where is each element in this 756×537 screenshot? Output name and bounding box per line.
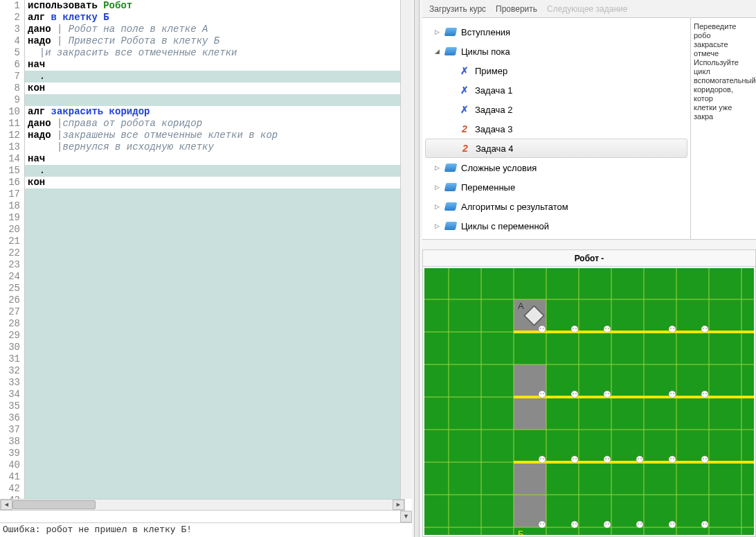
svg-point-90 bbox=[638, 523, 639, 525]
tree-item[interactable]: 2Задача 3 bbox=[422, 119, 690, 139]
svg-point-34 bbox=[543, 328, 544, 329]
svg-point-61 bbox=[705, 393, 707, 394]
svg-point-69 bbox=[605, 458, 606, 459]
svg-point-81 bbox=[540, 523, 541, 525]
svg-point-84 bbox=[573, 523, 574, 525]
svg-point-60 bbox=[703, 393, 704, 394]
tree-item[interactable]: ▷Сложные условия bbox=[422, 158, 690, 177]
svg-rect-3 bbox=[514, 397, 546, 430]
code-area[interactable]: использовать Роботалг в клетку Бдано | Р… bbox=[25, 0, 412, 499]
svg-point-97 bbox=[705, 523, 707, 525]
folder-icon bbox=[444, 182, 457, 193]
tree-item[interactable]: ✗Пример bbox=[422, 61, 690, 80]
svg-point-46 bbox=[705, 328, 707, 329]
tree-item[interactable]: ✗Задача 1 bbox=[422, 80, 690, 100]
tree-item-label: Задача 4 bbox=[476, 143, 513, 154]
tree-item[interactable]: ▷Переменные bbox=[422, 177, 690, 197]
svg-point-44 bbox=[701, 326, 708, 333]
tree-item-label: Пример bbox=[475, 66, 507, 76]
svg-point-52 bbox=[575, 393, 577, 394]
folder-icon bbox=[444, 201, 457, 212]
editor-hscroll[interactable]: ◄ ► bbox=[0, 499, 405, 511]
svg-point-75 bbox=[670, 458, 672, 459]
svg-point-89 bbox=[636, 521, 643, 528]
svg-point-64 bbox=[543, 458, 544, 459]
svg-point-79 bbox=[705, 458, 707, 459]
tree-item[interactable]: ▷Циклы с переменной bbox=[422, 216, 690, 236]
folder-icon bbox=[444, 26, 457, 37]
course-row: ▷Вступления◢Циклы пока✗Пример✗Задача 1✗З… bbox=[422, 18, 756, 240]
check-button[interactable]: Проверить bbox=[496, 4, 537, 14]
course-tree[interactable]: ▷Вступления◢Циклы пока✗Пример✗Задача 1✗З… bbox=[422, 18, 691, 239]
svg-point-95 bbox=[701, 521, 708, 528]
tree-item-label: Переменные bbox=[461, 182, 515, 193]
svg-point-58 bbox=[673, 393, 674, 394]
x-icon: ✗ bbox=[458, 65, 471, 76]
tree-item-label: Задача 1 bbox=[475, 85, 512, 96]
svg-point-85 bbox=[575, 523, 577, 525]
svg-point-82 bbox=[543, 523, 544, 525]
svg-point-57 bbox=[670, 393, 672, 394]
robot-title: Робот - bbox=[423, 250, 755, 267]
folder-icon bbox=[444, 46, 457, 57]
tree-item[interactable]: ✗Задача 2 bbox=[422, 100, 690, 119]
svg-point-67 bbox=[575, 458, 577, 459]
svg-point-62 bbox=[539, 456, 546, 463]
svg-point-39 bbox=[605, 328, 606, 329]
svg-point-93 bbox=[670, 523, 672, 525]
tree-item[interactable]: ▷Алгоритмы с результатом bbox=[422, 197, 690, 216]
svg-point-33 bbox=[540, 328, 541, 329]
hscroll-thumb[interactable] bbox=[12, 500, 96, 509]
svg-point-45 bbox=[703, 328, 704, 329]
robot-field[interactable]: АБ bbox=[424, 268, 754, 535]
load-course-button[interactable]: Загрузить курс bbox=[429, 4, 486, 14]
svg-point-51 bbox=[573, 393, 574, 394]
tree-item[interactable]: 2Задача 4 bbox=[425, 139, 687, 158]
tree-item[interactable]: ◢Циклы пока bbox=[422, 42, 690, 61]
svg-point-53 bbox=[604, 391, 611, 398]
x-icon: ✗ bbox=[458, 104, 471, 115]
svg-point-47 bbox=[539, 391, 546, 398]
svg-point-49 bbox=[543, 393, 544, 394]
robot-panel: Робот - АБ bbox=[422, 249, 756, 537]
next-task-button[interactable]: Следующее задание bbox=[547, 4, 627, 14]
task-icon: 2 bbox=[459, 143, 471, 154]
scroll-left-button[interactable]: ◄ bbox=[1, 500, 12, 510]
folder-icon bbox=[444, 162, 457, 173]
svg-point-74 bbox=[669, 456, 676, 463]
vertical-splitter[interactable] bbox=[414, 0, 420, 537]
tree-item-label: Задача 3 bbox=[475, 124, 512, 134]
svg-text:А: А bbox=[518, 301, 524, 311]
svg-point-66 bbox=[573, 458, 574, 459]
tree-item-label: Циклы пока bbox=[461, 46, 510, 57]
svg-point-41 bbox=[669, 326, 676, 333]
right-pane: Загрузить курс Проверить Следующее задан… bbox=[422, 0, 756, 537]
code-editor[interactable]: 1234567891011121314151617181920212223242… bbox=[0, 0, 412, 499]
status-bar: Ошибка: робот не пришел в клетку Б! bbox=[0, 522, 412, 537]
task-icon: 2 bbox=[458, 123, 471, 134]
svg-point-70 bbox=[608, 458, 609, 459]
tree-item-label: Задача 2 bbox=[475, 105, 512, 115]
tree-item[interactable]: ▷Вступления bbox=[422, 22, 690, 42]
line-gutter: 1234567891011121314151617181920212223242… bbox=[0, 0, 25, 499]
svg-point-73 bbox=[640, 458, 642, 459]
svg-point-36 bbox=[573, 328, 574, 329]
editor-vscroll[interactable] bbox=[400, 0, 412, 499]
svg-point-72 bbox=[638, 458, 639, 459]
svg-point-32 bbox=[539, 326, 546, 333]
scroll-down-button[interactable]: ▼ bbox=[400, 511, 412, 522]
tree-item-label: Вступления bbox=[461, 27, 510, 37]
x-icon: ✗ bbox=[458, 85, 471, 96]
tree-item-label: Циклы с переменной bbox=[461, 221, 549, 231]
scroll-right-button[interactable]: ► bbox=[393, 500, 404, 510]
task-description: Переведите робо закрасьте отмече Использ… bbox=[691, 18, 756, 239]
svg-point-63 bbox=[540, 458, 541, 459]
svg-point-55 bbox=[608, 393, 609, 394]
svg-point-65 bbox=[571, 456, 578, 463]
svg-point-50 bbox=[571, 391, 578, 398]
svg-point-94 bbox=[673, 523, 674, 525]
svg-point-35 bbox=[571, 326, 578, 333]
svg-point-59 bbox=[701, 391, 708, 398]
svg-text:Б: Б bbox=[518, 529, 524, 535]
svg-point-43 bbox=[673, 328, 674, 329]
